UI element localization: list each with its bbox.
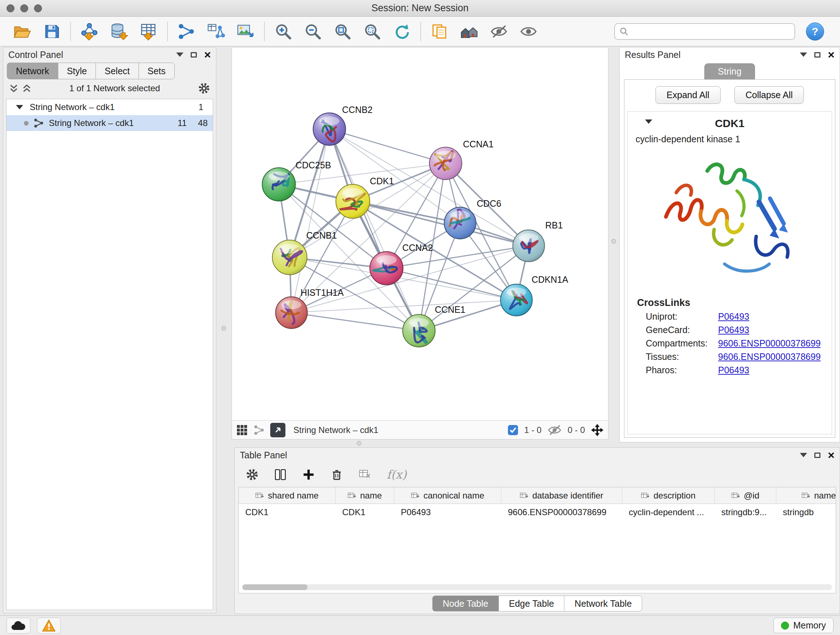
memory-button[interactable]: Memory <box>774 618 834 633</box>
share-view-icon[interactable] <box>254 424 264 435</box>
warnings-button[interactable] <box>37 618 61 633</box>
function-builder-icon[interactable]: f(x) <box>387 468 407 481</box>
zoom-out-button[interactable] <box>298 19 328 44</box>
gene-collapse-icon[interactable] <box>645 119 652 124</box>
network-edge[interactable] <box>329 129 445 164</box>
clear-table-icon[interactable] <box>358 468 371 481</box>
copy-button[interactable] <box>425 19 454 44</box>
expand-all-button[interactable]: Expand All <box>655 86 721 104</box>
column-header-namespace[interactable]: namespace <box>776 487 836 504</box>
pan-crosshair-icon[interactable] <box>591 424 604 437</box>
column-header-canonical-name[interactable]: canonical name <box>394 487 501 504</box>
panel-close-icon[interactable]: × <box>828 449 835 461</box>
collapse-all-icon[interactable] <box>9 84 19 93</box>
network-node-RB1[interactable]: RB1 <box>513 220 563 262</box>
zoom-selected-button[interactable] <box>357 19 387 44</box>
gear-icon[interactable] <box>198 82 210 95</box>
cell-name[interactable]: CDK1 <box>336 504 394 521</box>
network-canvas[interactable]: CCNB2CCNA1CDC25BCDK1CDC6RB1CCNB1CCNA2CDK… <box>232 48 608 420</box>
panel-float-icon[interactable] <box>814 453 821 458</box>
panel-menu-icon[interactable] <box>800 453 807 457</box>
gear-icon[interactable] <box>246 468 259 481</box>
column-header-database-identifier[interactable]: database identifier <box>501 487 622 504</box>
tab-string[interactable]: String <box>704 63 755 79</box>
network-from-table-button[interactable] <box>201 19 231 44</box>
cloud-status-button[interactable] <box>6 618 30 633</box>
panel-menu-icon[interactable] <box>176 52 183 57</box>
cell-description[interactable]: cyclin-dependent ... <box>622 504 715 521</box>
network-node-CDK1[interactable]: CDK1 <box>336 176 393 218</box>
hidden-eye-slash-icon[interactable] <box>547 424 562 436</box>
tab-sets[interactable]: Sets <box>139 63 175 79</box>
birdseye-button[interactable] <box>270 423 286 437</box>
cell-shared-name[interactable]: CDK1 <box>239 504 336 521</box>
show-all-button[interactable] <box>514 19 543 44</box>
table-row[interactable]: CDK1 CDK1 P06493 9606.ENSP00000378699 cy… <box>239 504 836 521</box>
network-node-CCNB1[interactable]: CCNB1 <box>272 230 337 275</box>
panel-close-icon[interactable]: × <box>204 49 211 60</box>
close-window-button[interactable] <box>6 4 14 12</box>
cell-id[interactable]: stringdb:9... <box>715 504 776 521</box>
crosslink-link[interactable]: P06493 <box>718 325 749 335</box>
tab-network[interactable]: Network <box>7 63 58 79</box>
network-node-CCNA1[interactable]: CCNA1 <box>429 139 493 180</box>
expand-all-icon[interactable] <box>22 84 32 93</box>
network-node-CDC6[interactable]: CDC6 <box>444 198 501 239</box>
selected-checkbox-icon[interactable] <box>508 424 518 435</box>
column-header-shared-name[interactable]: shared name <box>239 487 336 504</box>
network-collection-row[interactable]: String Network – cdk1 1 <box>6 99 213 115</box>
left-splitter-handle[interactable] <box>221 326 226 331</box>
network-edge[interactable] <box>292 313 419 331</box>
tab-select[interactable]: Select <box>95 63 139 79</box>
horizontal-scrollbar[interactable] <box>242 584 832 590</box>
panel-float-icon[interactable] <box>191 52 197 57</box>
bottom-splitter-handle[interactable] <box>357 441 362 446</box>
network-node-HIST1H1A[interactable]: HIST1H1A <box>276 287 344 329</box>
open-session-button[interactable] <box>7 19 37 44</box>
crosslink-link[interactable]: P06493 <box>718 365 749 375</box>
import-network-from-database-button[interactable] <box>104 19 134 44</box>
search-input[interactable] <box>632 27 790 36</box>
new-network-button[interactable] <box>172 19 201 44</box>
tab-network-table[interactable]: Network Table <box>564 595 642 611</box>
panel-close-icon[interactable]: × <box>828 49 835 60</box>
panel-float-icon[interactable] <box>814 52 821 57</box>
help-button[interactable]: ? <box>806 22 824 41</box>
zoom-window-button[interactable] <box>34 4 42 12</box>
collapse-all-button[interactable]: Collapse All <box>734 86 804 104</box>
export-image-button[interactable] <box>231 19 261 44</box>
right-splitter-handle[interactable] <box>611 239 616 244</box>
scrollbar-thumb[interactable] <box>242 584 308 590</box>
crosslink-link[interactable]: 9606.ENSP00000378699 <box>718 352 821 362</box>
tab-edge-table[interactable]: Edge Table <box>499 595 565 611</box>
refresh-view-button[interactable] <box>387 19 417 44</box>
crosslink-link[interactable]: 9606.ENSP00000378699 <box>718 338 821 348</box>
column-header-description[interactable]: description <box>622 487 715 504</box>
home-button[interactable] <box>454 19 484 44</box>
add-column-icon[interactable] <box>302 468 315 481</box>
import-network-from-file-button[interactable] <box>74 19 104 44</box>
cell-namespace[interactable]: stringdb <box>776 504 836 521</box>
hide-selected-button[interactable] <box>484 19 514 44</box>
select-columns-icon[interactable] <box>274 468 287 481</box>
network-edge[interactable] <box>353 201 529 246</box>
tree-expand-icon[interactable] <box>16 105 23 109</box>
zoom-in-button[interactable] <box>268 19 298 44</box>
tab-node-table[interactable]: Node Table <box>432 595 499 611</box>
network-row-selected[interactable]: String Network – cdk1 11 48 <box>6 115 213 131</box>
network-edge[interactable] <box>292 129 330 313</box>
crosslink-link[interactable]: P06493 <box>718 311 749 322</box>
network-node-CCNE1[interactable]: CCNE1 <box>403 304 465 347</box>
delete-column-icon[interactable] <box>330 468 343 481</box>
column-header-id[interactable]: @id <box>715 487 776 504</box>
cell-database-identifier[interactable]: 9606.ENSP00000378699 <box>501 504 622 521</box>
network-edge[interactable] <box>329 129 419 331</box>
zoom-fit-button[interactable] <box>328 19 357 44</box>
cell-canonical-name[interactable]: P06493 <box>394 504 501 521</box>
minimize-window-button[interactable] <box>20 4 28 12</box>
column-header-name[interactable]: name <box>336 487 394 504</box>
grid-view-icon[interactable] <box>236 424 248 436</box>
network-node-CDKN1A[interactable]: CDKN1A <box>501 274 568 316</box>
tab-style[interactable]: Style <box>58 63 96 79</box>
import-table-from-file-button[interactable] <box>134 19 164 44</box>
